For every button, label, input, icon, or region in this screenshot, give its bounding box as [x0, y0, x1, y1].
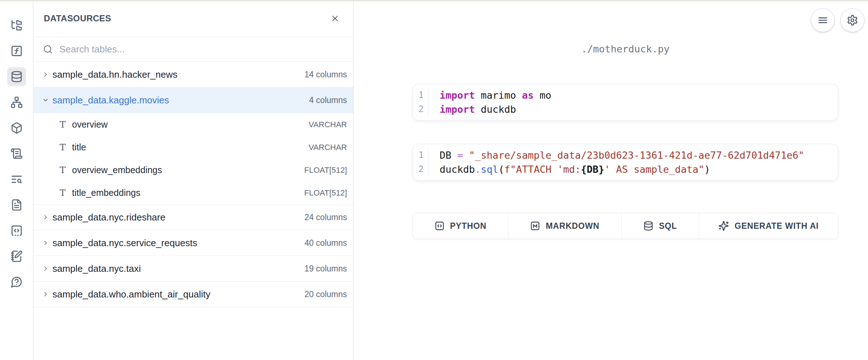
- code-cell[interactable]: 12 import marimo as moimport duckdb: [412, 84, 838, 121]
- code-editor[interactable]: import marimo as moimport duckdb: [428, 88, 838, 116]
- x-icon: [330, 14, 340, 23]
- line-number: 1: [413, 88, 424, 102]
- notebook-filename: ./motherduck.py: [412, 43, 838, 55]
- tables-list: sample_data.hn.hacker_news 14 columns sa…: [34, 62, 353, 307]
- panel-header: DATASOURCES: [34, 0, 353, 37]
- column-name: title_embeddings: [72, 188, 140, 198]
- table-name: sample_data.who.ambient_air_quality: [52, 289, 211, 300]
- column-type: FLOAT[512]: [304, 166, 347, 175]
- table-row[interactable]: sample_data.nyc.service_requests 40 colu…: [34, 230, 353, 256]
- line-number-gutter: 12: [413, 88, 428, 116]
- search-icon: [43, 44, 53, 54]
- search-input[interactable]: [59, 44, 346, 55]
- document-icon: [10, 199, 23, 211]
- column-row[interactable]: T overview VARCHAR: [34, 113, 353, 136]
- code-square-icon: [435, 221, 445, 231]
- menu-icon: [817, 14, 829, 26]
- datasources-panel: DATASOURCES sample_data.hn.hacker_news 1…: [34, 0, 353, 360]
- column-name: overview: [72, 119, 108, 130]
- button-label: PYTHON: [450, 221, 487, 231]
- line-number: 2: [413, 102, 424, 116]
- close-panel-button[interactable]: [328, 11, 342, 26]
- code-line: duckdb.sql(f"ATTACH 'md:{DB}' AS sample_…: [440, 162, 838, 176]
- column-row[interactable]: T title_embeddings FLOAT[512]: [34, 181, 353, 204]
- table-name: sample_data.hn.hacker_news: [52, 69, 177, 80]
- button-label: SQL: [659, 221, 677, 231]
- add-sql-cell-button[interactable]: SQL: [622, 213, 699, 239]
- icon-rail: [0, 0, 33, 360]
- settings-button[interactable]: [841, 8, 864, 32]
- sidebar-item-dependencies[interactable]: [7, 93, 26, 112]
- sidebar-item-variables[interactable]: [7, 42, 26, 60]
- column-type: VARCHAR: [309, 143, 347, 152]
- button-label: GENERATE WITH AI: [734, 221, 819, 231]
- sidebar-item-scratchpad[interactable]: [7, 247, 26, 266]
- line-number: 1: [413, 148, 424, 162]
- panel-title: DATASOURCES: [44, 13, 111, 23]
- table-name: sample_data.nyc.service_requests: [52, 237, 197, 249]
- sidebar-item-datasources[interactable]: [7, 67, 26, 86]
- table-column-count: 19 columns: [304, 264, 347, 274]
- chevron-right-icon: [42, 291, 49, 298]
- text-type-icon: T: [58, 119, 67, 130]
- code-cell[interactable]: 12 DB = "_share/sample_data/23b0d623-136…: [412, 144, 838, 181]
- scroll-log-icon: [10, 147, 23, 160]
- column-row[interactable]: T overview_embeddings FLOAT[512]: [34, 159, 353, 181]
- column-row[interactable]: T title VARCHAR: [34, 136, 353, 159]
- column-name: overview_embeddings: [72, 165, 162, 175]
- table-columns: T overview VARCHAR T title VARCHAR T ove…: [34, 113, 353, 205]
- settings-gear-icon: [847, 14, 858, 26]
- chevron-right-icon: [42, 239, 49, 247]
- sidebar-item-tracing[interactable]: [7, 170, 26, 189]
- chevron-down-icon: [42, 97, 49, 104]
- notebook-menu-button[interactable]: [811, 8, 835, 32]
- notebook-area: ./motherduck.py 12 import marimo as moim…: [354, 0, 868, 360]
- chevron-right-icon: [42, 265, 49, 272]
- dependency-graph-icon: [10, 96, 23, 108]
- button-label: MARKDOWN: [546, 221, 599, 231]
- line-number: 2: [413, 162, 424, 176]
- sidebar-item-snippets[interactable]: [7, 221, 26, 240]
- table-row[interactable]: sample_data.nyc.rideshare 24 columns: [34, 205, 353, 230]
- sidebar-item-packages[interactable]: [7, 119, 26, 137]
- scratchpad-icon: [10, 250, 23, 262]
- add-python-cell-button[interactable]: PYTHON: [413, 213, 508, 239]
- table-row[interactable]: sample_data.nyc.taxi 19 columns: [34, 256, 353, 282]
- sidebar-item-documentation[interactable]: [7, 196, 26, 214]
- sparkles-icon: [718, 220, 729, 231]
- code-line: import marimo as mo: [440, 88, 838, 102]
- code-line: DB = "_share/sample_data/23b0d623-1361-4…: [440, 148, 838, 162]
- markdown-square-icon: [530, 221, 540, 231]
- text-type-icon: T: [58, 142, 67, 153]
- table-name: sample_data.nyc.rideshare: [52, 212, 165, 223]
- sidebar-item-help[interactable]: [7, 273, 26, 291]
- add-markdown-cell-button[interactable]: MARKDOWN: [508, 213, 622, 239]
- package-icon: [10, 122, 23, 134]
- sidebar-item-logs[interactable]: [7, 144, 26, 163]
- table-name: sample_data.nyc.taxi: [52, 263, 141, 274]
- table-name: sample_data.kaggle.movies: [52, 95, 169, 106]
- file-tree-icon: [10, 19, 23, 31]
- table-row-selected[interactable]: sample_data.kaggle.movies 4 columns: [34, 87, 353, 113]
- snippets-code-icon: [10, 224, 23, 237]
- table-row[interactable]: sample_data.who.ambient_air_quality 20 c…: [34, 282, 353, 307]
- code-editor[interactable]: DB = "_share/sample_data/23b0d623-1361-4…: [428, 148, 838, 176]
- table-column-count: 24 columns: [304, 213, 347, 222]
- text-search-icon: [10, 173, 23, 185]
- table-column-count: 4 columns: [309, 95, 347, 105]
- text-type-icon: T: [58, 188, 67, 198]
- column-name: title: [72, 142, 86, 153]
- table-column-count: 14 columns: [304, 70, 347, 80]
- column-type: VARCHAR: [309, 120, 347, 129]
- table-column-count: 20 columns: [304, 290, 347, 299]
- table-row[interactable]: sample_data.hn.hacker_news 14 columns: [34, 62, 353, 87]
- help-chat-icon: [10, 276, 23, 288]
- text-type-icon: T: [58, 165, 67, 175]
- table-column-count: 40 columns: [304, 238, 347, 248]
- generate-with-ai-button[interactable]: GENERATE WITH AI: [699, 213, 838, 239]
- topbar-controls: [811, 8, 864, 32]
- database-icon: [10, 70, 23, 83]
- sidebar-item-files[interactable]: [7, 16, 26, 35]
- chevron-right-icon: [42, 214, 49, 221]
- chevron-right-icon: [42, 71, 49, 78]
